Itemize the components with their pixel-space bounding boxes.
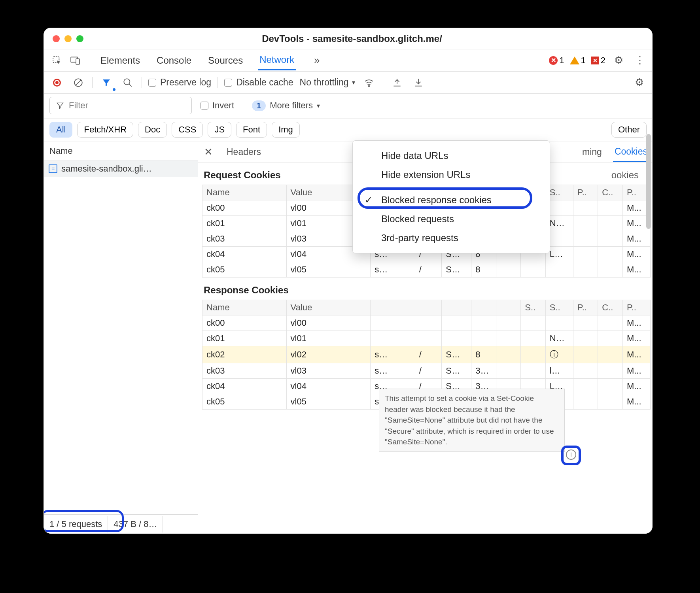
import-har-icon[interactable] xyxy=(390,75,405,90)
devtools-window: DevTools - samesite-sandbox.glitch.me/ E… xyxy=(44,28,653,534)
type-filter-img[interactable]: Img xyxy=(272,122,300,138)
type-filter-fetchxhr[interactable]: Fetch/XHR xyxy=(77,122,133,138)
type-filter-css[interactable]: CSS xyxy=(172,122,203,138)
annotation-ring xyxy=(44,510,124,532)
table-row[interactable]: ck00vl00M... xyxy=(202,315,651,331)
network-toolbar: Preserve log Disable cache No throttling… xyxy=(44,72,652,94)
type-filter-row: All Fetch/XHR Doc CSS JS Font Img Other xyxy=(44,119,652,142)
detail-tab-cookies[interactable]: Cookies xyxy=(613,142,649,162)
throttling-select[interactable]: No throttling▾ xyxy=(300,77,355,88)
issues-badge[interactable]: ✕2 xyxy=(591,55,605,66)
invert-checkbox[interactable]: Invert xyxy=(201,100,234,111)
status-icons: ✕1 1 ✕2 ⚙ ⋮ xyxy=(549,53,647,68)
titlebar: DevTools - samesite-sandbox.glitch.me/ xyxy=(44,28,652,49)
tab-console[interactable]: Console xyxy=(155,51,193,70)
svg-point-4 xyxy=(124,79,130,85)
svg-rect-2 xyxy=(76,59,79,64)
filter-input[interactable]: Filter xyxy=(49,97,192,114)
response-cookies-title: Response Cookies xyxy=(198,278,652,300)
window-title: DevTools - samesite-sandbox.glitch.me/ xyxy=(83,33,652,44)
more-tabs-icon[interactable]: » xyxy=(309,53,324,68)
more-filters-button[interactable]: 1 More filters ▾ xyxy=(252,100,320,111)
table-row[interactable]: ck01vl01N…M... xyxy=(202,331,651,346)
table-row[interactable]: ck02vl02s…/S…8ⓘM... xyxy=(202,346,651,363)
tab-network[interactable]: Network xyxy=(258,50,296,70)
inspect-icon[interactable] xyxy=(49,53,64,68)
document-icon: ≡ xyxy=(49,164,57,173)
errors-badge[interactable]: ✕1 xyxy=(549,55,564,66)
network-settings-icon[interactable]: ⚙ xyxy=(632,75,647,90)
chevron-down-icon: ▾ xyxy=(317,102,320,110)
table-header-row[interactable]: Name Value S..S.. P..C.. P.. xyxy=(202,300,651,315)
menu-item-blocked-response-cookies[interactable]: Blocked response cookies xyxy=(353,191,550,210)
minimize-window-icon[interactable] xyxy=(64,35,72,42)
close-detail-icon[interactable]: ✕ xyxy=(201,146,216,158)
detail-tab-headers[interactable]: Headers xyxy=(227,147,261,157)
preserve-log-checkbox[interactable]: Preserve log xyxy=(148,77,211,88)
kebab-menu-icon[interactable]: ⋮ xyxy=(632,53,647,68)
disable-cache-checkbox[interactable]: Disable cache xyxy=(224,77,293,88)
clear-icon[interactable] xyxy=(71,75,86,90)
panel-tabs: Elements Console Sources Network » xyxy=(99,50,546,70)
column-name-header[interactable]: Name xyxy=(44,142,198,161)
menu-item-3rd-party-requests[interactable]: 3rd-party requests xyxy=(353,229,550,247)
detail-tab-timing[interactable]: ming xyxy=(582,147,602,157)
status-bar: 1 / 5 requests 437 B / 8… xyxy=(44,514,198,533)
filter-toggle-icon[interactable] xyxy=(99,75,114,90)
device-toggle-icon[interactable] xyxy=(68,53,83,68)
request-row[interactable]: ≡ samesite-sandbox.gli… xyxy=(44,161,198,177)
type-filter-doc[interactable]: Doc xyxy=(138,122,167,138)
cookie-blocked-tooltip: This attempt to set a cookie via a Set-C… xyxy=(379,389,565,452)
more-filters-menu: Hide data URLs Hide extension URLs Block… xyxy=(352,140,550,253)
menu-item-hide-data-urls[interactable]: Hide data URLs xyxy=(353,146,550,165)
request-list: Name ≡ samesite-sandbox.gli… 1 / 5 reque… xyxy=(44,142,198,533)
panel-tab-row: Elements Console Sources Network » ✕1 1 … xyxy=(44,49,652,72)
record-icon[interactable] xyxy=(49,75,64,90)
filter-row: Filter Invert 1 More filters ▾ xyxy=(44,94,652,119)
scrollbar[interactable] xyxy=(646,134,651,229)
show-filtered-label: ookies xyxy=(611,170,647,181)
warnings-badge[interactable]: 1 xyxy=(570,55,586,66)
tab-elements[interactable]: Elements xyxy=(99,51,142,70)
search-icon[interactable] xyxy=(120,75,135,90)
type-filter-font[interactable]: Font xyxy=(236,122,267,138)
menu-item-blocked-requests[interactable]: Blocked requests xyxy=(353,210,550,229)
svg-point-5 xyxy=(368,85,369,87)
table-row[interactable]: ck03vl03s…/S…3…l…M... xyxy=(202,363,651,379)
menu-item-hide-ext-urls[interactable]: Hide extension URLs xyxy=(353,165,550,184)
settings-icon[interactable]: ⚙ xyxy=(611,53,626,68)
export-har-icon[interactable] xyxy=(411,75,426,90)
type-filter-all[interactable]: All xyxy=(49,122,72,138)
window-controls xyxy=(44,35,83,42)
network-conditions-icon[interactable] xyxy=(361,75,376,90)
close-window-icon[interactable] xyxy=(53,35,60,42)
type-filter-other[interactable]: Other xyxy=(611,122,647,138)
type-filter-js[interactable]: JS xyxy=(208,122,231,138)
annotation-ring xyxy=(561,446,581,465)
tab-sources[interactable]: Sources xyxy=(206,51,244,70)
table-row[interactable]: ck05vl05s…/S…8M... xyxy=(202,262,651,278)
maximize-window-icon[interactable] xyxy=(76,35,83,42)
